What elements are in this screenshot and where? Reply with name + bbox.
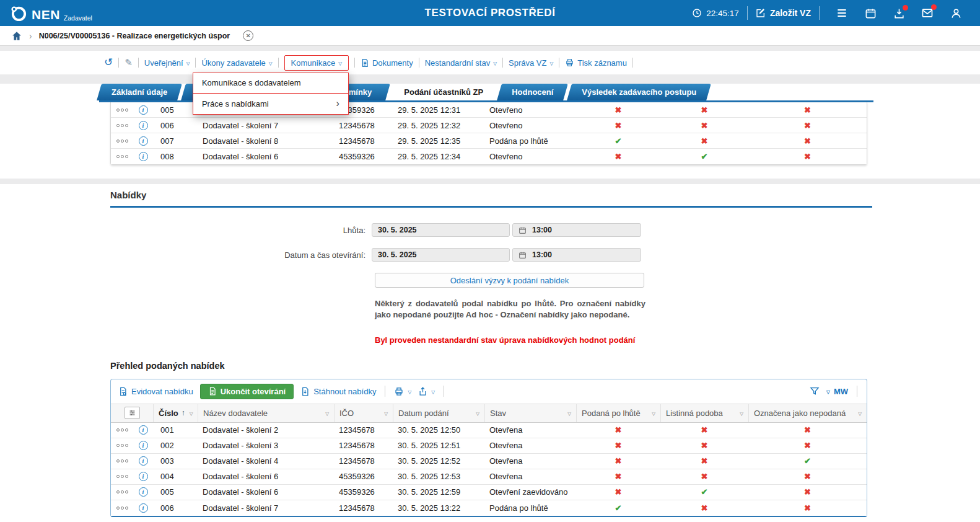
home-icon[interactable] bbox=[11, 30, 22, 42]
info-icon[interactable]: i bbox=[139, 136, 148, 146]
nen-logo[interactable]: NEN Zadavatel bbox=[10, 4, 92, 22]
info-icon[interactable]: i bbox=[139, 441, 148, 450]
row-actions-icon[interactable] bbox=[116, 428, 128, 431]
sort-asc-icon: ↑ bbox=[182, 409, 185, 417]
info-icon[interactable]: i bbox=[139, 456, 148, 466]
row-actions-icon[interactable] bbox=[116, 507, 128, 510]
filter-caret-icon[interactable]: ▽ bbox=[325, 411, 329, 417]
edit-record-icon[interactable]: ✎ bbox=[125, 57, 133, 68]
column-header-oznacena-jako-nepodana[interactable]: Označena jako nepodaná▽ bbox=[748, 404, 867, 422]
calendar-button[interactable] bbox=[856, 7, 885, 19]
refresh-icon[interactable]: ↺ bbox=[104, 58, 113, 67]
close-record-icon[interactable]: ✕ bbox=[243, 30, 253, 41]
info-icon[interactable]: i bbox=[139, 503, 148, 513]
filter-caret-icon[interactable]: ▽ bbox=[740, 411, 743, 417]
info-icon[interactable]: i bbox=[139, 121, 148, 130]
menu-komunikace[interactable]: Komunikace▽ bbox=[291, 58, 342, 68]
download-offers-button[interactable]: Stáhnout nabídky bbox=[300, 387, 376, 396]
row-actions-icon[interactable] bbox=[116, 459, 128, 462]
filter-caret-icon[interactable]: ▽ bbox=[384, 411, 388, 417]
menu-tisk-zaznamu[interactable]: Tisk záznamu bbox=[565, 56, 627, 70]
cross-icon: ✖ bbox=[804, 136, 811, 146]
messages-button[interactable] bbox=[913, 7, 942, 19]
downloads-button[interactable] bbox=[885, 7, 913, 19]
cross-icon: ✖ bbox=[804, 152, 811, 161]
export-table-button[interactable]: ▽ bbox=[418, 387, 435, 396]
table-row[interactable]: i007Dodavatel - školení 81234567829. 5. … bbox=[111, 133, 867, 149]
record-toolbar: ↺ ✎ Uveřejnění▽ Úkony zadavatele▽ Komuni… bbox=[0, 51, 980, 74]
table-row[interactable]: i006Dodavatel - školení 71234567829. 5. … bbox=[111, 118, 867, 133]
info-icon[interactable]: i bbox=[139, 152, 148, 161]
row-actions-icon[interactable] bbox=[116, 124, 128, 127]
filter-caret-icon[interactable]: ▽ bbox=[652, 411, 655, 417]
table-row[interactable]: i002Dodavatel - školení 31234567830. 5. … bbox=[111, 438, 867, 454]
cell-ico: 45359326 bbox=[334, 485, 393, 500]
download-offers-icon bbox=[300, 387, 310, 396]
create-vz-button[interactable]: Založit VZ bbox=[756, 8, 811, 18]
tab-zakladni-udaje[interactable]: Základní údaje bbox=[99, 84, 180, 100]
print-table-button[interactable]: ▽ bbox=[394, 387, 411, 396]
column-header-nazev[interactable]: Název dodavatele▽ bbox=[198, 404, 334, 422]
row-actions-icon[interactable] bbox=[116, 490, 128, 493]
filter-caret-icon[interactable]: ▽ bbox=[476, 411, 479, 417]
user-profile-button[interactable] bbox=[942, 7, 970, 19]
deadline-date-field[interactable]: 30. 5. 2025 bbox=[372, 223, 510, 237]
filter-button[interactable] bbox=[810, 386, 820, 396]
end-opening-button[interactable]: Ukončit otevírání bbox=[200, 384, 294, 399]
menu-nestandardni-stav[interactable]: Nestandardní stav▽ bbox=[425, 56, 497, 70]
filter-caret-icon[interactable]: ▽ bbox=[567, 411, 571, 417]
menu-item-prace-s-nabidkami[interactable]: Práce s nabídkami › bbox=[193, 94, 348, 114]
tab-hodnoceni[interactable]: Hodnocení bbox=[499, 84, 566, 100]
info-icon[interactable]: i bbox=[139, 105, 148, 115]
menu-uverejneni[interactable]: Uveřejnění▽ bbox=[144, 56, 190, 70]
cell-ico: 45359326 bbox=[334, 469, 393, 484]
table-row[interactable]: i006Dodavatel - školení 71234567830. 5. … bbox=[111, 500, 867, 516]
cell-paper: ✔ bbox=[660, 485, 748, 500]
record-offer-button[interactable]: Evidovat nabídku bbox=[118, 387, 193, 396]
table-row[interactable]: i001Dodavatel - školení 21234567830. 5. … bbox=[111, 423, 867, 438]
menu-dokumenty[interactable]: Dokumenty bbox=[361, 56, 413, 70]
column-header-stav[interactable]: Stav▽ bbox=[484, 404, 576, 422]
info-icon[interactable]: i bbox=[139, 472, 148, 481]
column-header-ico[interactable]: IČO▽ bbox=[334, 404, 393, 422]
info-icon[interactable]: i bbox=[139, 487, 148, 497]
table-row[interactable]: i003Dodavatel - školení 41234567830. 5. … bbox=[111, 454, 867, 469]
cross-icon: ✖ bbox=[615, 472, 622, 481]
table-row[interactable]: i005Dodavatel - školení 64535932630. 5. … bbox=[111, 485, 867, 500]
row-actions-icon[interactable] bbox=[116, 155, 128, 158]
offers-table-header: Číslo ↑ ▽ Název dodavatele▽ IČO▽ Datum p… bbox=[111, 404, 867, 423]
cell-number: 007 bbox=[153, 133, 198, 148]
row-actions-icon[interactable] bbox=[116, 139, 128, 143]
column-header-datum[interactable]: Datum podání▽ bbox=[393, 404, 484, 422]
column-header-podana-po-lhute[interactable]: Podaná po lhůtě▽ bbox=[576, 404, 660, 422]
tab-podani-ucastniku-zp[interactable]: Podání účastníků ZP bbox=[392, 84, 496, 100]
cell-paper: ✖ bbox=[660, 438, 748, 453]
send-invitation-button[interactable]: Odeslání výzvy k podání nabídek bbox=[375, 273, 644, 288]
menu-sprava-vz[interactable]: Správa VZ▽ bbox=[509, 56, 553, 70]
view-selector-mw[interactable]: ▽ MW bbox=[826, 387, 848, 396]
funnel-icon bbox=[810, 386, 820, 396]
divider bbox=[857, 386, 857, 397]
info-icon[interactable]: i bbox=[139, 425, 148, 435]
opening-date-field[interactable]: 30. 5. 2025 bbox=[372, 248, 510, 262]
check-icon: ✔ bbox=[804, 456, 811, 466]
column-header-listinna-podoba[interactable]: Listinná podoba▽ bbox=[660, 404, 748, 422]
opening-time-field[interactable]: 13:00 bbox=[512, 248, 641, 262]
menu-ukony-zadavatele[interactable]: Úkony zadavatele▽ bbox=[201, 56, 272, 70]
clock-value: 22:45:17 bbox=[706, 9, 739, 18]
row-actions-icon[interactable] bbox=[116, 475, 128, 478]
deadline-time-field[interactable]: 13:00 bbox=[512, 223, 641, 237]
main-menu-button[interactable] bbox=[828, 7, 856, 19]
table-row[interactable]: i004Dodavatel - školení 64535932630. 5. … bbox=[111, 469, 867, 485]
menu-item-komunikace-s-dodavatelem[interactable]: Komunikace s dodavatelem bbox=[193, 73, 348, 94]
filter-caret-icon[interactable]: ▽ bbox=[190, 411, 193, 417]
table-row[interactable]: i008Dodavatel - školení 64535932629. 5. … bbox=[111, 149, 867, 164]
column-header-cislo[interactable]: Číslo ↑ ▽ bbox=[153, 404, 198, 422]
row-actions-icon[interactable] bbox=[116, 444, 128, 447]
tab-vysledek-zadavaciho-postupu[interactable]: Výsledek zadávacího postupu bbox=[569, 84, 709, 100]
calendar-icon bbox=[518, 226, 527, 234]
column-settings-button[interactable] bbox=[125, 407, 140, 419]
cell-status: Podána po lhůtě bbox=[484, 133, 576, 148]
row-actions-icon[interactable] bbox=[116, 108, 128, 112]
filter-caret-icon[interactable]: ▽ bbox=[858, 411, 862, 417]
